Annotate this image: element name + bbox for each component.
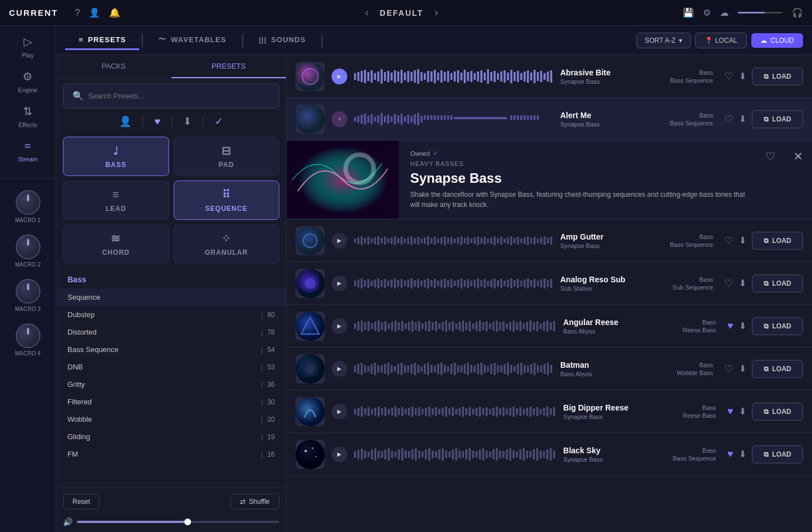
macro-4[interactable]: MACRO 4 <box>15 323 41 357</box>
load-big-dipper[interactable]: ⧉ LOAD <box>752 403 803 421</box>
download-alert-me[interactable]: ⬇ <box>739 114 746 124</box>
macro-2-knob[interactable] <box>16 235 40 259</box>
macro-1[interactable]: MACRO 1 <box>15 190 41 223</box>
download-amp-gutter[interactable]: ⬇ <box>739 235 746 246</box>
cat-lead[interactable]: ≡ LEAD <box>63 181 169 220</box>
cat-chord[interactable]: ≋ CHORD <box>63 224 169 264</box>
macro-3-knob[interactable] <box>16 279 40 304</box>
search-box[interactable]: 🔍 <box>63 83 279 109</box>
volume-slider[interactable] <box>738 12 783 13</box>
sidebar-item-stream[interactable]: ≈ Stream <box>18 139 38 163</box>
heart-angular-reese[interactable]: ♥ <box>727 320 733 332</box>
sidebar-item-play[interactable]: ▷ Play <box>22 35 34 58</box>
heart-black-sky[interactable]: ♥ <box>727 448 733 460</box>
svg-rect-362 <box>374 408 376 416</box>
cloud-button[interactable]: ☁ CLOUD <box>751 33 803 48</box>
play-alert-me[interactable]: ▾ <box>332 111 347 127</box>
check-filter-icon[interactable]: ✓ <box>215 115 223 128</box>
download-filter-icon[interactable]: ⬇ <box>183 115 192 128</box>
macro-4-knob[interactable] <box>16 323 40 348</box>
nav-prev[interactable]: ‹ <box>365 7 369 19</box>
local-button[interactable]: 📍 LOCAL <box>695 33 747 48</box>
subcat-sequence[interactable]: Sequence <box>56 288 286 306</box>
subcat-bass-header[interactable]: Bass <box>56 270 286 288</box>
preset-item-amp-gutter[interactable]: ▶ Amp Gutter Synapse Bass <box>287 219 812 262</box>
play-batman[interactable]: ▶ <box>332 361 347 377</box>
heart-batman[interactable]: ♡ <box>724 363 733 375</box>
play-analog-reso[interactable]: ▶ <box>332 276 347 291</box>
ep-heart-button[interactable]: ♡ <box>756 141 784 172</box>
heart-analog-reso[interactable]: ♡ <box>724 277 733 290</box>
load-angular-reese[interactable]: ⧉ LOAD <box>752 317 803 335</box>
load-abrasive-bite[interactable]: ⧉ LOAD <box>752 67 803 85</box>
download-black-sky[interactable]: ⬇ <box>739 449 746 459</box>
vol-handle[interactable] <box>184 519 191 525</box>
user-filter-icon[interactable]: 👤 <box>119 115 131 128</box>
sidebar-item-effects[interactable]: ⇅ Effects <box>19 105 37 128</box>
preset-item-analog-reso[interactable]: ▶ Analo <box>287 262 812 305</box>
load-analog-reso[interactable]: ⧉ LOAD <box>752 274 803 292</box>
settings-icon[interactable]: ⚙ <box>703 7 711 18</box>
load-batman[interactable]: ⧉ LOAD <box>752 360 803 378</box>
play-amp-gutter[interactable]: ▶ <box>332 233 347 249</box>
play-abrasive-bite[interactable]: ▶ <box>332 69 347 84</box>
shuffle-button[interactable]: ⇄ Shuffle <box>230 494 279 510</box>
download-analog-reso[interactable]: ⬇ <box>739 278 746 288</box>
load-alert-me[interactable]: ⧉ LOAD <box>752 110 803 128</box>
tab-wavetables[interactable]: 〜 WAVETABLES <box>145 30 239 51</box>
download-angular-reese[interactable]: ⬇ <box>739 321 746 331</box>
tab-presets[interactable]: ≡ PRESETS <box>65 31 139 50</box>
heart-alert-me[interactable]: ♡ <box>724 113 733 125</box>
download-abrasive-bite[interactable]: ⬇ <box>739 71 746 82</box>
ep-close-button[interactable]: ✕ <box>784 141 812 172</box>
subcat-dubstep[interactable]: Dubstep | 80 <box>56 306 286 323</box>
presets-tab[interactable]: PRESETS <box>171 55 287 78</box>
heart-filter-icon[interactable]: ♥ <box>155 116 161 128</box>
cat-granular[interactable]: ⁘ GRANULAR <box>174 224 280 264</box>
subcat-fm[interactable]: FM | 16 <box>56 445 286 463</box>
subcat-bass-sequence[interactable]: Bass Sequence | 54 <box>56 341 286 358</box>
subcat-wobble[interactable]: Wobble | 20 <box>56 411 286 428</box>
subcat-filtered[interactable]: Filtered | 30 <box>56 393 286 411</box>
preset-item-angular-reese[interactable]: ▶ Angul <box>287 305 812 348</box>
preset-item-alert-me[interactable]: ▾ <box>287 98 812 141</box>
preset-item-abrasive-bite[interactable]: ▶ Abrasive Bite Synapse Bass <box>287 55 812 98</box>
tab-sounds[interactable]: ||| SOUNDS <box>246 31 320 50</box>
subcat-gliding[interactable]: Gliding | 19 <box>56 428 286 445</box>
sidebar-item-engine[interactable]: ⚙ Engine <box>18 70 37 93</box>
play-big-dipper[interactable]: ▶ <box>332 404 347 420</box>
vol-row-slider[interactable] <box>77 521 279 523</box>
heart-big-dipper[interactable]: ♥ <box>727 405 733 417</box>
heart-abrasive-bite[interactable]: ♡ <box>724 70 733 83</box>
subcat-distorted[interactable]: Distorted | 78 <box>56 323 286 341</box>
help-icon[interactable]: ? <box>75 8 80 18</box>
cat-bass[interactable]: ♩ BASS <box>63 137 169 176</box>
download-batman[interactable]: ⬇ <box>739 363 746 374</box>
packs-tab[interactable]: PACKS <box>56 55 171 78</box>
save-icon[interactable]: 💾 <box>683 7 694 18</box>
heart-amp-gutter[interactable]: ♡ <box>724 235 733 247</box>
load-black-sky[interactable]: ⧉ LOAD <box>752 445 803 463</box>
macro-1-knob[interactable] <box>16 190 40 215</box>
nav-next[interactable]: › <box>434 7 438 19</box>
subcat-gritty[interactable]: Gritty | 36 <box>56 376 286 393</box>
preset-item-big-dipper[interactable]: ▶ Big D <box>287 390 812 433</box>
sort-button[interactable]: SORT A-Z ▾ <box>636 33 691 48</box>
load-amp-gutter[interactable]: ⧉ LOAD <box>752 232 803 250</box>
cat-pad[interactable]: ⊟ PAD <box>174 137 280 176</box>
subcat-dnb[interactable]: DNB | 53 <box>56 358 286 376</box>
macro-2[interactable]: MACRO 2 <box>15 235 41 268</box>
cat-sequence[interactable]: ⠿ SEQUENCE <box>174 181 280 220</box>
search-input[interactable] <box>88 92 270 100</box>
play-black-sky[interactable]: ▶ <box>332 447 347 462</box>
play-angular-reese[interactable]: ▶ <box>332 318 347 334</box>
svg-rect-339 <box>500 366 502 372</box>
download-big-dipper[interactable]: ⬇ <box>739 406 746 417</box>
user-icon[interactable]: 👤 <box>89 7 100 18</box>
reset-button[interactable]: Reset <box>63 494 99 510</box>
macro-3[interactable]: MACRO 3 <box>15 279 41 312</box>
preset-item-batman[interactable]: ▶ <box>287 348 812 390</box>
preset-item-black-sky[interactable]: ▶ <box>287 433 812 476</box>
bell-icon[interactable]: 🔔 <box>109 7 120 18</box>
cloud-icon[interactable]: ☁ <box>720 7 729 18</box>
